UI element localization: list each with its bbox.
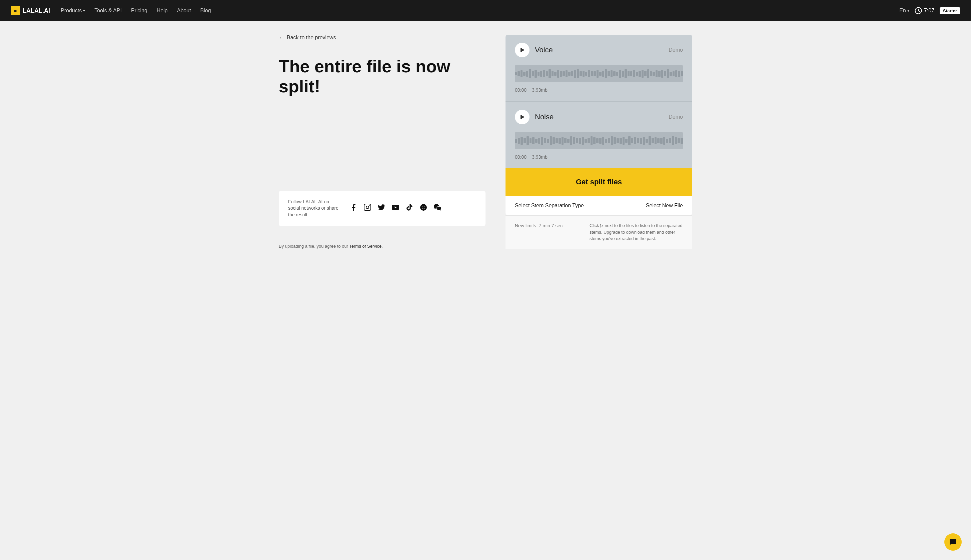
- noise-play-button[interactable]: [515, 110, 529, 124]
- twitter-icon[interactable]: [377, 203, 385, 213]
- terms-text: By uploading a file, you agree to our Te…: [279, 244, 486, 249]
- voice-title-row: Voice: [515, 43, 553, 57]
- chevron-down-icon: ▾: [83, 8, 85, 13]
- info-section-row: New limits: 7 min 7 sec Click ▷ next to …: [515, 222, 683, 242]
- voice-waveform: // Generate waveform bars inline (functi…: [515, 65, 683, 82]
- terms-link[interactable]: Terms of Service: [349, 244, 382, 249]
- select-stem-link[interactable]: Select Stem Separation Type: [515, 203, 584, 209]
- new-limits-text: New limits: 7 min 7 sec: [515, 222, 562, 229]
- nav-products[interactable]: Products ▾: [61, 8, 85, 14]
- language-selector[interactable]: En ▾: [899, 8, 909, 14]
- play-icon: [519, 114, 525, 120]
- right-panel: Voice Demo // Generate waveform bars inl…: [506, 35, 692, 249]
- svg-rect-1: [364, 204, 371, 211]
- voice-demo-label: Demo: [669, 47, 683, 53]
- noise-track-card: Noise Demo (function() { const heights =…: [506, 101, 692, 168]
- svg-marker-6: [521, 48, 524, 52]
- noise-demo-label: Demo: [669, 114, 683, 120]
- voice-play-button[interactable]: [515, 43, 529, 57]
- info-section: New limits: 7 min 7 sec Click ▷ next to …: [506, 215, 692, 249]
- clock-icon: [915, 7, 922, 14]
- nav-tools[interactable]: Tools & API: [94, 8, 122, 14]
- voice-size: 3.93mb: [532, 87, 547, 93]
- voice-waveform-bars: // Generate waveform bars inline (functi…: [515, 65, 683, 82]
- noise-waveform: (function() { const heights = [30,45,55,…: [515, 132, 683, 149]
- noise-waveform-bars: (function() { const heights = [30,45,55,…: [515, 132, 683, 149]
- voice-track-name: Voice: [535, 46, 553, 54]
- voice-time: 00:00: [515, 87, 527, 93]
- navigation: ■ LALAL.AI Products ▾ Tools & API Pricin…: [0, 0, 971, 21]
- get-split-files-button[interactable]: Get split files: [506, 168, 692, 196]
- noise-time: 00:00: [515, 154, 527, 160]
- nav-links: Products ▾ Tools & API Pricing Help Abou…: [61, 8, 889, 14]
- svg-point-5: [420, 204, 427, 211]
- svg-point-3: [369, 205, 370, 206]
- reddit-icon[interactable]: [419, 203, 427, 213]
- logo-icon: ■: [11, 6, 20, 15]
- nav-about[interactable]: About: [177, 8, 191, 14]
- logo[interactable]: ■ LALAL.AI: [11, 6, 50, 15]
- facebook-icon[interactable]: [349, 203, 357, 213]
- noise-size: 3.93mb: [532, 154, 547, 160]
- noise-audio-meta: 00:00 3.93mb: [515, 154, 683, 160]
- social-follow-box: Follow LALAL.AI on social networks or sh…: [279, 191, 486, 226]
- plan-badge: Starter: [940, 7, 960, 14]
- voice-track-card: Voice Demo // Generate waveform bars inl…: [506, 35, 692, 101]
- chat-icon: [949, 538, 957, 546]
- play-icon: [519, 47, 525, 53]
- chat-bubble[interactable]: [944, 533, 962, 551]
- back-link[interactable]: ← Back to the previews: [279, 35, 486, 41]
- voice-track-header: Voice Demo: [515, 43, 683, 57]
- info-description: Click ▷ next to the files to listen to t…: [589, 222, 683, 242]
- timer-value: 7:07: [924, 8, 934, 14]
- svg-point-2: [366, 206, 369, 209]
- arrow-left-icon: ←: [279, 35, 284, 41]
- logo-text: LALAL.AI: [23, 7, 50, 14]
- bottom-actions: Select Stem Separation Type Select New F…: [506, 196, 692, 215]
- svg-marker-7: [521, 115, 524, 119]
- nav-pricing[interactable]: Pricing: [131, 8, 147, 14]
- select-file-link[interactable]: Select New File: [646, 203, 683, 209]
- noise-track-name: Noise: [535, 113, 554, 121]
- main-content: ← Back to the previews The entire file i…: [252, 21, 719, 269]
- chevron-down-icon: ▾: [907, 8, 909, 13]
- page-title: The entire file is now split!: [279, 57, 486, 97]
- instagram-icon[interactable]: [364, 203, 372, 213]
- youtube-icon[interactable]: [392, 203, 399, 213]
- nav-help[interactable]: Help: [157, 8, 168, 14]
- timer-badge: 7:07: [915, 7, 934, 14]
- voice-audio-meta: 00:00 3.93mb: [515, 87, 683, 93]
- left-panel: ← Back to the previews The entire file i…: [279, 35, 486, 249]
- nav-blog[interactable]: Blog: [200, 8, 211, 14]
- noise-track-header: Noise Demo: [515, 110, 683, 124]
- wechat-icon[interactable]: [434, 203, 442, 213]
- tiktok-icon[interactable]: [405, 203, 414, 213]
- social-follow-text: Follow LALAL.AI on social networks or sh…: [288, 199, 342, 218]
- nav-right: En ▾ 7:07 Starter: [899, 7, 960, 14]
- noise-title-row: Noise: [515, 110, 554, 124]
- social-icons: [349, 203, 442, 213]
